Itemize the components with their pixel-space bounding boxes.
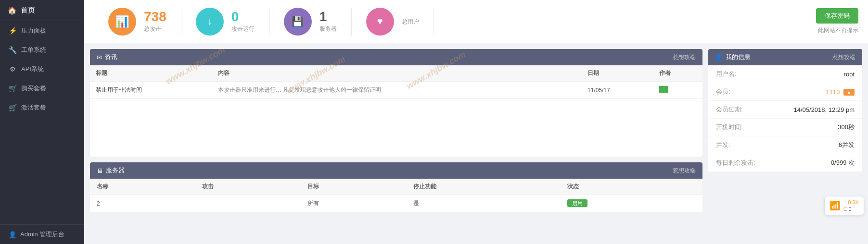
info-value-username: root [844,71,855,78]
stat-number-total-attack: 738 [144,10,166,24]
news-panel-spacer [90,99,702,157]
stat-label-attack-running: 攻击运行 [231,25,255,33]
server-title-label: 服务器 [106,166,125,175]
sidebar-label-work: 工单系统 [21,46,46,54]
news-col-title: 标题 [90,65,212,82]
info-row-daily-attack: 每日剩余攻击: 0/999 次 [708,154,862,172]
info-value-boot: 300秒 [838,123,855,132]
stat-icon-server: 💾 [284,8,312,36]
admin-icon: 👤 [9,231,16,238]
sidebar-label-pressure: 压力面板 [21,26,46,35]
stat-number-attack-running: 0 [231,10,239,24]
stat-info-user: 总用户 [402,17,419,26]
info-row-concurrent: 并发: 6并发 [708,136,862,154]
sidebar-item-buy-package[interactable]: 🛒 购买套餐 [0,79,84,98]
sidebar-item-work-system[interactable]: 🔧 工单系统 [0,40,84,60]
stat-label-total-attack: 总攻击 [144,25,161,33]
info-value-vip: 1113 ▲ [826,88,855,96]
info-value-expire: 14/05/2018, 12:29 pm [794,106,855,113]
stat-label-server: 服务器 [319,25,337,33]
stat-server: 💾 1 服务器 [269,8,352,36]
info-label-concurrent: 并发: [716,141,730,149]
sidebar-label-activate: 激活套餐 [21,103,46,112]
download-icon: ↓ [207,16,212,27]
server-panel-action[interactable]: 惹想攻端 [673,167,696,175]
wifi-icon: 📶 [830,200,840,211]
server-panel: 🖥 服务器 惹想攻端 名称 攻击 目标 停止功能 状态 [90,162,702,212]
stat-icon-total-attack: 📊 [108,8,136,36]
api-icon: ⚙ [9,65,16,73]
stat-info-attack-running: 0 攻击运行 [231,10,255,34]
network-widget: 📶 ↑ 0.0K □ 0 [824,196,864,215]
vip-number: 1113 [826,88,840,96]
my-info-title: 👤 我的信息 [715,53,751,61]
news-col-date: 日期 [582,65,654,82]
my-info-icon: 👤 [715,54,723,61]
sidebar: 🏠 首页 ⚡ 压力面板 🔧 工单系统 ⚙ API系统 🛒 购买套餐 🛒 激活套餐… [0,0,84,244]
stat-user: ♥ 总用户 [352,8,434,36]
heart-icon: ♥ [377,16,383,27]
sidebar-logo[interactable]: 🏠 首页 [0,0,84,21]
server-col-stop: 停止功能 [407,179,561,195]
vip-badge: ▲ [843,89,855,96]
server-icon: 💾 [292,16,304,27]
activate-icon: 🛒 [9,104,16,111]
sidebar-admin[interactable]: 👤 Admin 管理后台 [0,224,84,244]
sidebar-item-pressure-panel[interactable]: ⚡ 压力面板 [0,21,84,40]
stat-number-server: 1 [319,10,327,24]
info-row-username: 用户名: root [708,65,862,83]
stats-bar: 📊 738 总攻击 ↓ 0 攻击运行 💾 1 服务器 [84,0,868,43]
news-col-content: 内容 [212,65,582,82]
network-down: □ 0 [844,206,859,212]
server-row-attack [195,195,301,212]
status-badge: 启用 [567,199,587,207]
sidebar-item-api-system[interactable]: ⚙ API系统 [0,60,84,79]
admin-label: Admin 管理后台 [20,230,64,239]
table-row: 禁止用于非法时间 本攻击器只准用来进行… 凡是发现恶意攻击他人的一律保留证明 1… [90,82,702,99]
stat-label-user: 总用户 [402,18,419,26]
stat-info-total-attack: 738 总攻击 [144,10,166,34]
main-content: 📊 738 总攻击 ↓ 0 攻击运行 💾 1 服务器 [84,0,868,244]
save-password-button[interactable]: 保存密码 [816,8,858,24]
dashboard-body: ✉ 资讯 惹想攻端 www.xhjbw.com www.xhjbw.com ww… [84,43,868,244]
news-panel: ✉ 资讯 惹想攻端 www.xhjbw.com www.xhjbw.com ww… [90,49,702,157]
table-row: 2 所有 是 启用 [90,195,702,212]
sidebar-nav: ⚡ 压力面板 🔧 工单系统 ⚙ API系统 🛒 购买套餐 🛒 激活套餐 [0,21,84,224]
top-actions: 保存密码 此网站不再提示 [806,8,858,35]
info-value-daily: 0/999 次 [831,159,855,167]
info-label-boot: 开机时间: [716,123,743,132]
server-col-name: 名称 [90,179,195,195]
info-row-vip: 会员: 1113 ▲ [708,83,862,101]
info-label-username: 用户名: [716,70,737,78]
news-row-date: 11/05/17 [582,82,654,99]
buy-icon: 🛒 [9,85,16,92]
stat-attack-running: ↓ 0 攻击运行 [181,8,269,36]
news-row-content: 本攻击器只准用来进行… 凡是发现恶意攻击他人的一律保留证明 [212,82,582,99]
news-panel-title: ✉ 资讯 [97,53,117,61]
news-table-header-row: 标题 内容 日期 作者 [90,65,702,82]
news-table: 标题 内容 日期 作者 禁止用于非法时间 本攻击器只准用来进行… 凡是发现恶意攻… [90,65,702,99]
server-row-stop: 是 [407,195,561,212]
sidebar-logo-label: 首页 [21,6,35,15]
sidebar-item-activate-package[interactable]: 🛒 激活套餐 [0,98,84,117]
left-column: ✉ 资讯 惹想攻端 www.xhjbw.com www.xhjbw.com ww… [90,49,702,238]
sidebar-label-api: API系统 [21,65,44,73]
news-row-title: 禁止用于非法时间 [90,82,212,99]
info-label-vip: 会员: [716,87,730,96]
server-panel-title: 🖥 服务器 [97,166,125,175]
news-icon: ✉ [97,54,102,61]
my-info-action[interactable]: 惹想攻端 [832,53,855,61]
server-col-target: 目标 [301,179,406,195]
info-value-concurrent: 6并发 [839,141,855,149]
work-icon: 🔧 [9,46,16,54]
server-row-status: 启用 [561,195,702,212]
flag-icon [659,86,668,93]
sidebar-label-buy: 购买套餐 [21,84,46,93]
stat-info-server: 1 服务器 [319,10,337,34]
my-info-header: 👤 我的信息 惹想攻端 [708,49,862,65]
news-panel-action[interactable]: 惹想攻端 [673,53,696,61]
stat-total-attack: 📊 738 总攻击 [94,8,181,36]
pressure-icon: ⚡ [9,27,16,35]
server-row-name: 2 [90,195,195,212]
server-table: 名称 攻击 目标 停止功能 状态 2 所有 是 [90,179,702,212]
